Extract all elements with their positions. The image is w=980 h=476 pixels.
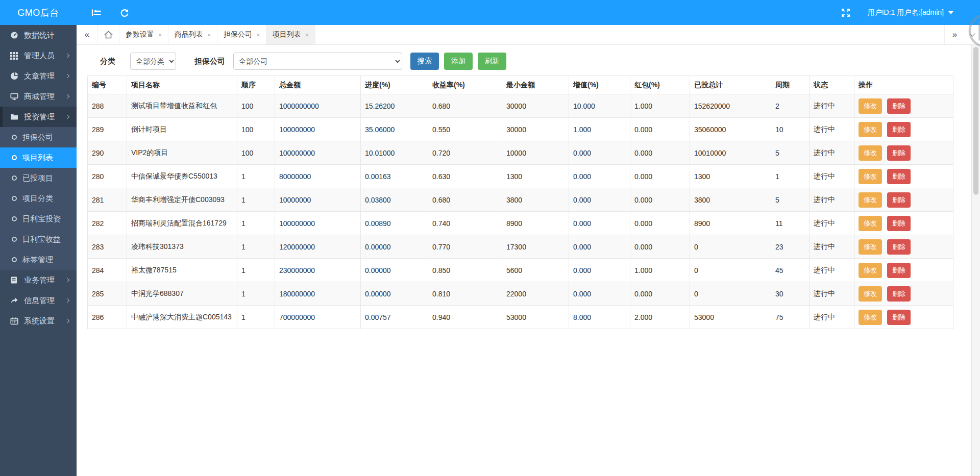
sidebar-subitem-project-categories[interactable]: 项目分类 xyxy=(0,188,77,209)
sidebar-subitem-rilibao-earnings[interactable]: 日利宝收益 xyxy=(0,229,77,249)
app-logo: GMO后台 xyxy=(0,7,77,19)
delete-button[interactable]: 删除 xyxy=(887,216,911,231)
cell-order: 1 xyxy=(237,282,275,306)
category-select[interactable]: 全部分类 xyxy=(130,53,176,70)
delete-button[interactable]: 删除 xyxy=(887,310,911,325)
tab-guarantee-company[interactable]: 担保公司 × xyxy=(217,25,266,44)
sidebar-subitem-project-list[interactable]: 项目列表 xyxy=(0,147,77,168)
delete-button[interactable]: 删除 xyxy=(887,122,911,137)
sidebar-collapse-icon[interactable] xyxy=(91,8,102,18)
cell-appreciation: 1.000 xyxy=(569,118,630,141)
close-icon[interactable]: × xyxy=(305,31,309,39)
cell-id: 281 xyxy=(88,188,127,212)
delete-button[interactable]: 删除 xyxy=(887,192,911,208)
status-text: 进行中 xyxy=(810,141,854,165)
category-label: 分类 xyxy=(100,57,115,66)
edit-button[interactable]: 修改 xyxy=(859,263,882,278)
edit-button[interactable]: 修改 xyxy=(859,145,882,161)
sidebar-subitem-tag-management[interactable]: 标签管理 xyxy=(0,249,77,270)
sidebar-item-label: 系统设置 xyxy=(24,316,55,326)
sidebar-item-articles[interactable]: 文章管理 xyxy=(0,66,77,86)
cell-invested-total: 3800 xyxy=(690,188,771,212)
edit-button[interactable]: 修改 xyxy=(859,286,882,302)
refresh-button[interactable]: 刷新 xyxy=(478,53,506,70)
cell-total-amount: 80000000 xyxy=(275,165,361,188)
col-red-packet: 红包(%) xyxy=(630,76,690,94)
col-id: 编号 xyxy=(88,76,127,94)
cell-progress: 10.01000 xyxy=(361,141,428,165)
edit-button[interactable]: 修改 xyxy=(859,122,882,137)
project-table-wrap: 编号 项目名称 顺序 总金额 进度(%) 收益率(%) 最小金额 增值(%) 红… xyxy=(87,76,971,329)
edit-button[interactable]: 修改 xyxy=(859,216,882,231)
scrollbar-thumb[interactable] xyxy=(973,47,978,195)
tabs-scroll-left-button[interactable]: « xyxy=(77,25,98,44)
cell-id: 289 xyxy=(88,118,127,141)
table-row: 283 凌玮科技301373 1 120000000 0.00000 0.770… xyxy=(88,235,953,259)
close-icon[interactable]: × xyxy=(256,31,260,39)
cell-appreciation: 0.000 xyxy=(569,282,630,306)
col-min-amount: 最小金额 xyxy=(502,76,569,94)
cell-total-amount: 700000000 xyxy=(275,306,361,329)
sidebar-item-data-statistics[interactable]: 数据统计 xyxy=(0,25,77,45)
sidebar-item-label: 文章管理 xyxy=(24,71,55,81)
cell-cycle: 75 xyxy=(771,306,810,329)
home-tab-button[interactable] xyxy=(98,25,119,44)
delete-button[interactable]: 删除 xyxy=(887,286,911,302)
delete-button[interactable]: 删除 xyxy=(887,169,911,184)
delete-button[interactable]: 删除 xyxy=(887,98,911,114)
cell-project-name: 凌玮科技301373 xyxy=(127,235,237,259)
sidebar-item-managers[interactable]: 管理人员 xyxy=(0,45,77,66)
sidebar-subitem-rilibao-investment[interactable]: 日利宝投资 xyxy=(0,209,77,229)
sidebar-item-information[interactable]: 信息管理 xyxy=(0,290,77,311)
cell-project-name: 中信保诚景华债券C550013 xyxy=(127,165,237,188)
top-header: GMO后台 用户ID:1 用户名:[admin] xyxy=(0,0,980,25)
add-button[interactable]: 添加 xyxy=(444,53,473,70)
edit-button[interactable]: 修改 xyxy=(859,310,882,325)
chevron-right-icon xyxy=(65,298,69,303)
sidebar-item-mall[interactable]: 商城管理 xyxy=(0,86,77,107)
edit-button[interactable]: 修改 xyxy=(859,192,882,208)
cell-total-amount: 1000000000 xyxy=(275,94,361,118)
tab-parameter-settings[interactable]: 参数设置 × xyxy=(119,25,168,44)
tab-product-list[interactable]: 商品列表 × xyxy=(168,25,217,44)
col-actions: 操作 xyxy=(854,76,953,94)
tabs-scroll-right-button[interactable]: » xyxy=(944,25,965,44)
cell-invested-total: 0 xyxy=(690,259,771,282)
cell-min-amount: 10000 xyxy=(502,141,569,165)
fullscreen-icon[interactable] xyxy=(841,8,850,17)
company-select[interactable]: 全部公司 xyxy=(233,53,402,70)
tab-options-dropdown[interactable] xyxy=(965,25,980,44)
close-icon[interactable]: × xyxy=(207,31,211,39)
table-row: 290 VIP2的项目 100 100000000 10.01000 0.720… xyxy=(88,141,953,165)
tab-project-list[interactable]: 项目列表 × xyxy=(266,25,315,44)
delete-button[interactable]: 删除 xyxy=(887,145,911,161)
sidebar-item-investment[interactable]: 投资管理 xyxy=(0,107,77,127)
table-row: 289 倒计时项目 100 100000000 35.06000 0.550 3… xyxy=(88,118,953,141)
table-row: 284 裕太微787515 1 230000000 0.00000 0.850 … xyxy=(88,259,953,282)
tab-label: 担保公司 xyxy=(224,30,252,39)
delete-button[interactable]: 删除 xyxy=(887,263,911,278)
edit-button[interactable]: 修改 xyxy=(859,169,882,184)
search-button[interactable]: 搜索 xyxy=(410,53,439,70)
sidebar-item-system-settings[interactable]: 系统设置 xyxy=(0,311,77,331)
main-content: 分类 全部分类 担保公司 全部公司 搜索 添加 刷新 编号 项目名称 顺序 xyxy=(77,45,971,476)
chevron-right-icon xyxy=(65,115,69,119)
cell-appreciation: 10.000 xyxy=(569,94,630,118)
cell-total-amount: 120000000 xyxy=(275,235,361,259)
delete-button[interactable]: 删除 xyxy=(887,239,911,255)
home-icon xyxy=(104,30,113,39)
col-appreciation: 增值(%) xyxy=(569,76,630,94)
cell-yield-rate: 0.680 xyxy=(428,188,502,212)
close-icon[interactable]: × xyxy=(158,31,162,39)
edit-button[interactable]: 修改 xyxy=(859,239,882,255)
cell-yield-rate: 0.720 xyxy=(428,141,502,165)
cell-project-name: 测试项目带增值收益和红包 xyxy=(127,94,237,118)
refresh-icon[interactable] xyxy=(119,8,130,18)
sidebar-item-business[interactable]: 业务管理 xyxy=(0,270,77,290)
user-menu[interactable]: 用户ID:1 用户名:[admin] xyxy=(868,8,953,17)
edit-button[interactable]: 修改 xyxy=(859,98,882,114)
sidebar-subitem-guarantee-company[interactable]: 担保公司 xyxy=(0,127,77,147)
sidebar-subitem-invested-projects[interactable]: 已投项目 xyxy=(0,168,77,188)
ring-bullet-icon xyxy=(12,176,17,181)
user-label: 用户ID:1 用户名:[admin] xyxy=(868,8,944,17)
